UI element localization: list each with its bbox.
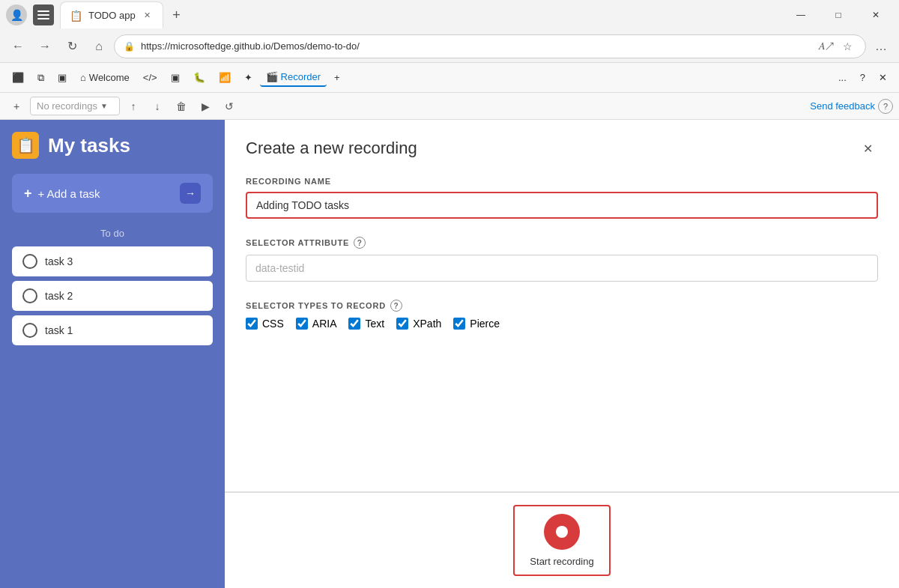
url-actions: 𝐴↗ ☆ — [817, 37, 856, 55]
css-checkbox[interactable] — [246, 318, 258, 330]
add-task-button[interactable]: + + Add a task → — [12, 174, 213, 213]
no-recordings-text: No recordings — [37, 100, 97, 112]
recording-name-input[interactable] — [246, 192, 878, 219]
recorder-footer: Start recording — [225, 492, 899, 588]
forward-button[interactable]: → — [33, 34, 57, 58]
record-inner-circle — [556, 526, 568, 538]
aria-checkbox[interactable] — [296, 318, 308, 330]
home-button[interactable]: ⌂ — [87, 34, 111, 58]
network-icon: 📶 — [219, 72, 231, 83]
recordings-dropdown-arrow: ▼ — [100, 102, 108, 110]
more-tools-button[interactable]: … — [869, 34, 893, 58]
xpath-checkbox-item[interactable]: XPath — [396, 318, 441, 330]
maximize-button[interactable]: □ — [821, 4, 856, 25]
new-recording-button[interactable]: + — [6, 96, 27, 117]
devtools-help-button[interactable]: ? — [854, 69, 871, 86]
todo-app-icon: 📋 — [12, 132, 39, 159]
task-item[interactable]: task 1 — [12, 315, 213, 345]
window-controls: — □ ✕ — [784, 4, 893, 25]
task-checkbox-3[interactable] — [22, 254, 37, 269]
selector-types-help-button[interactable]: ? — [390, 300, 402, 312]
devtools-more-button[interactable]: ... — [832, 69, 853, 86]
text-label: Text — [365, 318, 384, 330]
export-recording-button[interactable]: ↑ — [123, 96, 144, 117]
devtools-screencast-button[interactable]: ⬛ — [6, 69, 30, 86]
panel-close-button[interactable]: ✕ — [857, 138, 878, 159]
close-button[interactable]: ✕ — [859, 4, 893, 25]
devtools-console-tab[interactable]: ▣ — [165, 69, 186, 86]
performance-icon: ✦ — [244, 72, 252, 83]
devtools-device-button[interactable]: ▣ — [52, 69, 73, 86]
play-recording-button[interactable]: ▶ — [195, 96, 216, 117]
start-recording-button[interactable]: Start recording — [513, 505, 610, 576]
selector-attribute-label: SELECTOR ATTRIBUTE ? — [246, 237, 878, 249]
selector-attribute-help-button[interactable]: ? — [354, 237, 366, 249]
add-task-plus-icon: + — [24, 186, 32, 201]
selector-types-label: SELECTOR TYPES TO RECORD ? — [246, 300, 878, 312]
minimize-button[interactable]: — — [784, 4, 818, 25]
replay-recording-button[interactable]: ↺ — [219, 96, 240, 117]
tab-close-button[interactable]: ✕ — [142, 10, 154, 22]
title-bar: 👤 📋 TODO app ✕ + — □ ✕ — [0, 0, 899, 30]
send-feedback-link[interactable]: Send feedback — [810, 100, 875, 112]
devtools-sources-tab[interactable]: 🐛 — [187, 69, 211, 86]
home-icon: ⌂ — [80, 72, 86, 83]
aria-checkbox-item[interactable]: ARIA — [296, 318, 337, 330]
task-item[interactable]: task 3 — [12, 246, 213, 276]
selector-types-group: SELECTOR TYPES TO RECORD ? CSS ARIA — [246, 300, 878, 330]
import-recording-button[interactable]: ↓ — [147, 96, 168, 117]
devtools-performance-tab[interactable]: ✦ — [238, 69, 258, 86]
devtools-inspect-button[interactable]: ⧉ — [31, 69, 50, 87]
delete-recording-button[interactable]: 🗑 — [171, 96, 192, 117]
selector-attribute-group: SELECTOR ATTRIBUTE ? — [246, 237, 878, 282]
active-tab[interactable]: 📋 TODO app ✕ — [60, 1, 163, 28]
tab-bar: 📋 TODO app ✕ + — [60, 1, 187, 28]
devtools-network-tab[interactable]: 📶 — [213, 69, 237, 86]
pierce-checkbox[interactable] — [453, 318, 465, 330]
tab-title: TODO app — [88, 10, 136, 21]
devtools-recorder-tab[interactable]: 🎬 Recorder — [260, 68, 327, 87]
read-aloud-button[interactable]: 𝐴↗ — [817, 37, 835, 55]
devtools-add-tab-button[interactable]: + — [328, 69, 346, 86]
task-name-3: task 3 — [45, 255, 73, 267]
aria-label: ARIA — [312, 318, 337, 330]
devtools-welcome-tab[interactable]: ⌂ Welcome — [74, 69, 136, 86]
css-checkbox-item[interactable]: CSS — [246, 318, 284, 330]
recorder-icon: 🎬 — [266, 71, 278, 82]
xpath-checkbox[interactable] — [396, 318, 408, 330]
selector-attribute-input[interactable] — [246, 255, 878, 282]
add-task-label-area: + + Add a task — [24, 186, 100, 201]
text-checkbox-item[interactable]: Text — [348, 318, 384, 330]
favorites-button[interactable]: ☆ — [838, 37, 856, 55]
recorder-body: Create a new recording ✕ RECORDING NAME … — [225, 120, 899, 491]
url-text: https://microsoftedge.github.io/Demos/de… — [141, 40, 811, 52]
recordings-select[interactable]: No recordings ▼ — [30, 97, 120, 115]
url-bar[interactable]: 🔒 https://microsoftedge.github.io/Demos/… — [114, 34, 866, 58]
sidebar-toggle-button[interactable] — [33, 4, 54, 25]
back-button[interactable]: ← — [6, 34, 30, 58]
recording-name-group: RECORDING NAME — [246, 177, 878, 219]
title-bar-left: 👤 📋 TODO app ✕ + — [6, 1, 187, 28]
new-tab-button[interactable]: + — [166, 4, 187, 25]
task-checkbox-1[interactable] — [22, 323, 37, 338]
profile-icon[interactable]: 👤 — [6, 4, 27, 25]
record-circle-icon — [544, 514, 580, 550]
devtools-elements-tab[interactable]: </> — [137, 69, 163, 86]
elements-icon: </> — [143, 72, 157, 83]
todo-header: 📋 My tasks — [12, 132, 213, 159]
devtools-close-button[interactable]: ✕ — [873, 69, 893, 86]
browser-window: 👤 📋 TODO app ✕ + — □ ✕ ← → ↻ — [0, 0, 899, 588]
tab-favicon: 📋 — [70, 10, 82, 22]
panel-title-row: Create a new recording ✕ — [246, 138, 878, 159]
task-name-2: task 2 — [45, 290, 73, 302]
refresh-button[interactable]: ↻ — [60, 34, 84, 58]
add-task-label: + Add a task — [38, 187, 100, 200]
task-checkbox-2[interactable] — [22, 288, 37, 303]
task-item[interactable]: task 2 — [12, 281, 213, 311]
todo-sidebar: 📋 My tasks + + Add a task → To do task 3 — [0, 120, 225, 588]
pierce-checkbox-item[interactable]: Pierce — [453, 318, 500, 330]
text-checkbox[interactable] — [348, 318, 360, 330]
recorder-help-button[interactable]: ? — [878, 99, 893, 114]
task-list: task 3 task 2 task 1 — [12, 246, 213, 345]
selector-types-checkboxes: CSS ARIA Text XPath — [246, 318, 878, 330]
